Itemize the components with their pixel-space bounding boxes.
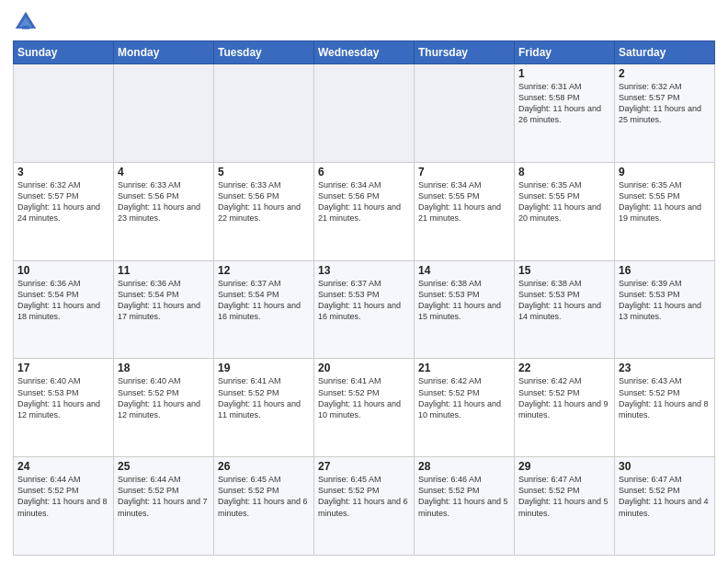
- calendar-cell: 3Sunrise: 6:32 AM Sunset: 5:57 PM Daylig…: [14, 162, 114, 260]
- calendar-cell: 7Sunrise: 6:34 AM Sunset: 5:55 PM Daylig…: [415, 162, 515, 260]
- day-info: Sunrise: 6:40 AM Sunset: 5:52 PM Dayligh…: [118, 375, 210, 420]
- calendar-cell: 17Sunrise: 6:40 AM Sunset: 5:53 PM Dayli…: [14, 359, 114, 457]
- day-info: Sunrise: 6:47 AM Sunset: 5:52 PM Dayligh…: [619, 474, 711, 519]
- calendar-cell: 29Sunrise: 6:47 AM Sunset: 5:52 PM Dayli…: [515, 457, 615, 556]
- calendar-week-row: 3Sunrise: 6:32 AM Sunset: 5:57 PM Daylig…: [14, 162, 715, 260]
- day-number: 3: [17, 166, 109, 178]
- weekday-header: Sunday: [14, 41, 114, 64]
- day-number: 16: [619, 264, 711, 277]
- calendar-cell: 18Sunrise: 6:40 AM Sunset: 5:52 PM Dayli…: [114, 359, 214, 457]
- calendar-cell: 25Sunrise: 6:44 AM Sunset: 5:52 PM Dayli…: [114, 457, 214, 556]
- calendar-cell: 30Sunrise: 6:47 AM Sunset: 5:52 PM Dayli…: [615, 457, 715, 556]
- weekday-header: Thursday: [415, 41, 515, 64]
- calendar-header-row: SundayMondayTuesdayWednesdayThursdayFrid…: [14, 41, 715, 64]
- calendar-cell: 2Sunrise: 6:32 AM Sunset: 5:57 PM Daylig…: [615, 64, 715, 163]
- day-number: 21: [418, 362, 510, 374]
- day-info: Sunrise: 6:31 AM Sunset: 5:58 PM Dayligh…: [518, 81, 610, 126]
- day-info: Sunrise: 6:40 AM Sunset: 5:53 PM Dayligh…: [17, 375, 109, 420]
- svg-rect-2: [22, 26, 29, 29]
- weekday-header: Friday: [515, 41, 615, 64]
- day-number: 30: [619, 460, 711, 473]
- day-number: 5: [218, 166, 310, 178]
- day-info: Sunrise: 6:36 AM Sunset: 5:54 PM Dayligh…: [17, 278, 109, 323]
- logo-icon: [13, 9, 39, 35]
- day-info: Sunrise: 6:46 AM Sunset: 5:52 PM Dayligh…: [418, 474, 510, 519]
- calendar-table: SundayMondayTuesdayWednesdayThursdayFrid…: [13, 40, 715, 556]
- calendar-cell: 24Sunrise: 6:44 AM Sunset: 5:52 PM Dayli…: [14, 457, 114, 556]
- calendar-cell: 8Sunrise: 6:35 AM Sunset: 5:55 PM Daylig…: [515, 162, 615, 260]
- day-number: 27: [318, 460, 410, 473]
- calendar-cell: [14, 64, 114, 163]
- calendar-cell: 13Sunrise: 6:37 AM Sunset: 5:53 PM Dayli…: [314, 260, 415, 359]
- day-info: Sunrise: 6:39 AM Sunset: 5:53 PM Dayligh…: [619, 278, 711, 323]
- day-number: 8: [518, 166, 610, 178]
- calendar-week-row: 24Sunrise: 6:44 AM Sunset: 5:52 PM Dayli…: [14, 457, 715, 556]
- day-info: Sunrise: 6:34 AM Sunset: 5:55 PM Dayligh…: [418, 179, 510, 224]
- day-number: 28: [418, 460, 510, 473]
- day-info: Sunrise: 6:47 AM Sunset: 5:52 PM Dayligh…: [518, 474, 610, 519]
- calendar-cell: [415, 64, 515, 163]
- weekday-header: Tuesday: [214, 41, 314, 64]
- day-info: Sunrise: 6:36 AM Sunset: 5:54 PM Dayligh…: [118, 278, 210, 323]
- day-info: Sunrise: 6:35 AM Sunset: 5:55 PM Dayligh…: [619, 179, 711, 224]
- day-number: 11: [118, 264, 210, 277]
- day-number: 1: [518, 67, 610, 80]
- calendar-cell: 5Sunrise: 6:33 AM Sunset: 5:56 PM Daylig…: [214, 162, 314, 260]
- day-number: 26: [218, 460, 310, 473]
- calendar-cell: 6Sunrise: 6:34 AM Sunset: 5:56 PM Daylig…: [314, 162, 415, 260]
- day-info: Sunrise: 6:34 AM Sunset: 5:56 PM Dayligh…: [318, 179, 410, 224]
- calendar-cell: 26Sunrise: 6:45 AM Sunset: 5:52 PM Dayli…: [214, 457, 314, 556]
- calendar-cell: 1Sunrise: 6:31 AM Sunset: 5:58 PM Daylig…: [515, 64, 615, 163]
- calendar-cell: [314, 64, 415, 163]
- day-info: Sunrise: 6:44 AM Sunset: 5:52 PM Dayligh…: [17, 474, 109, 519]
- day-number: 14: [418, 264, 510, 277]
- day-info: Sunrise: 6:38 AM Sunset: 5:53 PM Dayligh…: [418, 278, 510, 323]
- calendar-cell: [114, 64, 214, 163]
- calendar-cell: 16Sunrise: 6:39 AM Sunset: 5:53 PM Dayli…: [615, 260, 715, 359]
- day-number: 17: [17, 362, 109, 374]
- day-info: Sunrise: 6:32 AM Sunset: 5:57 PM Dayligh…: [17, 179, 109, 224]
- calendar-cell: 10Sunrise: 6:36 AM Sunset: 5:54 PM Dayli…: [14, 260, 114, 359]
- day-number: 19: [218, 362, 310, 374]
- day-number: 4: [118, 166, 210, 178]
- calendar-cell: 4Sunrise: 6:33 AM Sunset: 5:56 PM Daylig…: [114, 162, 214, 260]
- day-info: Sunrise: 6:35 AM Sunset: 5:55 PM Dayligh…: [518, 179, 610, 224]
- day-number: 24: [17, 460, 109, 473]
- calendar-cell: 28Sunrise: 6:46 AM Sunset: 5:52 PM Dayli…: [415, 457, 515, 556]
- day-info: Sunrise: 6:45 AM Sunset: 5:52 PM Dayligh…: [218, 474, 310, 519]
- calendar-cell: [214, 64, 314, 163]
- calendar-week-row: 1Sunrise: 6:31 AM Sunset: 5:58 PM Daylig…: [14, 64, 715, 163]
- day-info: Sunrise: 6:41 AM Sunset: 5:52 PM Dayligh…: [318, 375, 410, 420]
- day-info: Sunrise: 6:45 AM Sunset: 5:52 PM Dayligh…: [318, 474, 410, 519]
- weekday-header: Monday: [114, 41, 214, 64]
- day-info: Sunrise: 6:41 AM Sunset: 5:52 PM Dayligh…: [218, 375, 310, 420]
- day-number: 25: [118, 460, 210, 473]
- calendar-cell: 23Sunrise: 6:43 AM Sunset: 5:52 PM Dayli…: [615, 359, 715, 457]
- calendar-cell: 11Sunrise: 6:36 AM Sunset: 5:54 PM Dayli…: [114, 260, 214, 359]
- day-number: 22: [518, 362, 610, 374]
- calendar-cell: 12Sunrise: 6:37 AM Sunset: 5:54 PM Dayli…: [214, 260, 314, 359]
- day-number: 20: [318, 362, 410, 374]
- day-number: 13: [318, 264, 410, 277]
- day-info: Sunrise: 6:33 AM Sunset: 5:56 PM Dayligh…: [218, 179, 310, 224]
- calendar-week-row: 10Sunrise: 6:36 AM Sunset: 5:54 PM Dayli…: [14, 260, 715, 359]
- day-number: 2: [619, 67, 711, 80]
- day-number: 6: [318, 166, 410, 178]
- day-info: Sunrise: 6:37 AM Sunset: 5:54 PM Dayligh…: [218, 278, 310, 323]
- calendar-cell: 22Sunrise: 6:42 AM Sunset: 5:52 PM Dayli…: [515, 359, 615, 457]
- day-info: Sunrise: 6:32 AM Sunset: 5:57 PM Dayligh…: [619, 81, 711, 126]
- page: SundayMondayTuesdayWednesdayThursdayFrid…: [0, 0, 728, 563]
- day-number: 12: [218, 264, 310, 277]
- calendar-cell: 21Sunrise: 6:42 AM Sunset: 5:52 PM Dayli…: [415, 359, 515, 457]
- calendar-cell: 15Sunrise: 6:38 AM Sunset: 5:53 PM Dayli…: [515, 260, 615, 359]
- day-number: 18: [118, 362, 210, 374]
- day-number: 29: [518, 460, 610, 473]
- day-info: Sunrise: 6:42 AM Sunset: 5:52 PM Dayligh…: [518, 375, 610, 420]
- day-info: Sunrise: 6:33 AM Sunset: 5:56 PM Dayligh…: [118, 179, 210, 224]
- calendar-cell: 20Sunrise: 6:41 AM Sunset: 5:52 PM Dayli…: [314, 359, 415, 457]
- day-info: Sunrise: 6:37 AM Sunset: 5:53 PM Dayligh…: [318, 278, 410, 323]
- day-number: 9: [619, 166, 711, 178]
- calendar-cell: 19Sunrise: 6:41 AM Sunset: 5:52 PM Dayli…: [214, 359, 314, 457]
- calendar-cell: 27Sunrise: 6:45 AM Sunset: 5:52 PM Dayli…: [314, 457, 415, 556]
- day-info: Sunrise: 6:38 AM Sunset: 5:53 PM Dayligh…: [518, 278, 610, 323]
